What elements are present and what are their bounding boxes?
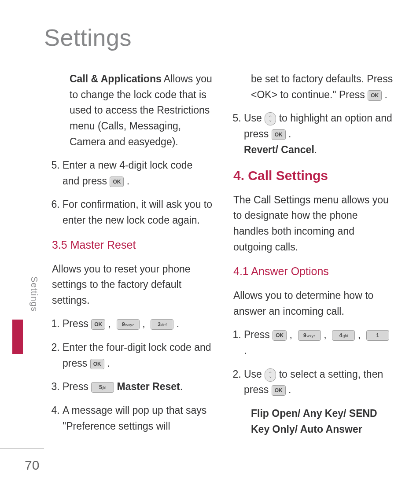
section-3-5-heading: 3.5 Master Reset [52, 236, 212, 254]
content-columns: Call & Applications Allows you to change… [52, 71, 394, 473]
mr-step-3-label: Master Reset [117, 381, 180, 392]
ao-step-2: Use to select a setting, then press OK . [244, 367, 394, 398]
section-4-1-body: Allows you to determine how to answer an… [233, 288, 394, 319]
nav-key-icon [265, 368, 276, 382]
key-4-icon: 4ghi [332, 330, 355, 341]
call-apps-label: Call & Applications [70, 73, 162, 85]
ok-key-icon: OK [110, 177, 124, 187]
left-column: Call & Applications Allows you to change… [52, 71, 212, 473]
mr-step-5-text-a: Use [244, 112, 265, 124]
ao-step-2-text-a: Use [244, 368, 265, 380]
manual-page: Settings Settings Call & Applications Al… [0, 0, 420, 504]
answer-options-list: Flip Open/ Any Key/ SEND Key Only/ Auto … [233, 406, 394, 437]
right-column: be set to factory defaults. Press <OK> t… [233, 71, 394, 473]
mr-step-4: A message will pop up that says "Prefere… [63, 403, 212, 434]
ok-key-icon: OK [91, 319, 105, 330]
mr-step-5-options: Revert/ Cancel [244, 144, 314, 155]
section-4-body: The Call Settings menu allows you to des… [233, 192, 394, 255]
side-tab: Settings [12, 272, 44, 355]
mr-step-1: Press OK , 9wxyz , 3def . [63, 316, 212, 332]
side-tab-marker [12, 320, 23, 354]
nav-key-icon [265, 112, 276, 125]
key-3-icon: 3def [151, 319, 173, 330]
ao-step-1: Press OK , 9wxyz , 4ghi , 1 . [244, 327, 394, 358]
call-apps-paragraph: Call & Applications Allows you to change… [52, 71, 212, 150]
section-3-5-body: Allows you to reset your phone settings … [52, 261, 212, 309]
mr-step-3: Press 5jkl Master Reset. [63, 379, 212, 395]
mr-step-4-continued: be set to factory defaults. Press <OK> t… [233, 71, 394, 103]
page-title: Settings [44, 24, 132, 51]
mr-step-5: Use to highlight an option and press OK … [244, 110, 394, 158]
ok-key-icon: OK [273, 330, 287, 341]
master-reset-steps-cont: Use to highlight an option and press OK … [233, 110, 394, 158]
mr-step-2: Enter the four-digit lock code and press… [63, 340, 212, 371]
section-4-heading: 4. Call Settings [233, 166, 394, 186]
lock-step-6-text: For confirmation, it will ask you to ent… [63, 199, 212, 226]
ok-key-icon: OK [90, 359, 104, 369]
ok-key-icon: OK [272, 385, 286, 396]
key-9-icon: 9wxyz [298, 330, 321, 341]
side-tab-rule [24, 272, 24, 355]
lock-step-5-text: Enter a new 4-digit lock code and press [63, 159, 192, 187]
key-1-icon: 1 [366, 330, 389, 341]
mr-step-3-text: Press [63, 381, 91, 392]
footer-rule [0, 448, 44, 449]
lock-step-6: For confirmation, it will ask you to ent… [63, 197, 212, 228]
ao-step-1-text: Press [244, 329, 273, 340]
ok-key-icon: OK [272, 129, 286, 140]
lock-step-5: Enter a new 4-digit lock code and press … [63, 158, 212, 189]
master-reset-steps: Press OK , 9wxyz , 3def . Enter the four… [52, 316, 212, 434]
side-tab-label: Settings [29, 272, 39, 316]
ok-key-icon: OK [368, 90, 382, 101]
mr-step-4-text: A message will pop up that says "Prefere… [63, 405, 206, 432]
section-4-1-heading: 4.1 Answer Options [233, 263, 394, 280]
key-9-icon: 9wxyz [117, 319, 140, 330]
mr-step-2-text: Enter the four-digit lock code and press [63, 342, 211, 369]
answer-options-values: Flip Open/ Any Key/ SEND Key Only/ Auto … [251, 408, 377, 435]
lock-code-steps: Enter a new 4-digit lock code and press … [52, 158, 212, 228]
mr-step-1-text: Press [63, 318, 91, 329]
page-number: 70 [25, 458, 39, 473]
answer-options-steps: Press OK , 9wxyz , 4ghi , 1 . Use to sel… [233, 327, 394, 398]
key-5-icon: 5jkl [91, 382, 114, 393]
